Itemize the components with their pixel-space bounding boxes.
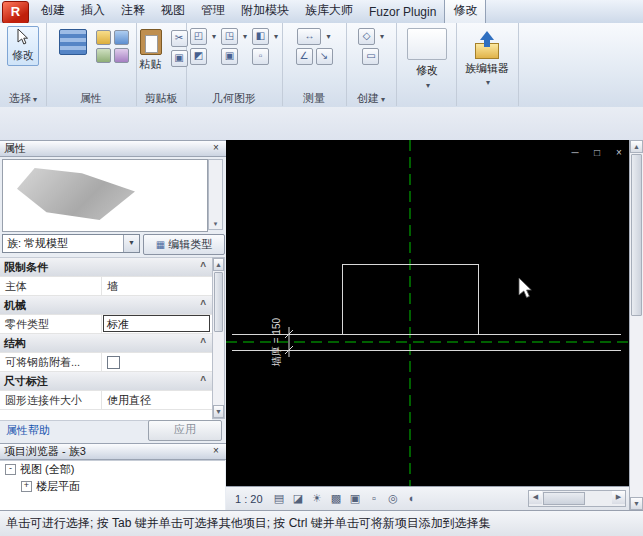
property-value[interactable]: 使用直径: [103, 391, 212, 409]
panel-create-label[interactable]: 创建▾: [346, 92, 396, 105]
apply-button[interactable]: 应用: [148, 420, 222, 441]
scroll-right-icon[interactable]: ▶: [612, 491, 625, 504]
collapse-chevron-icon[interactable]: ^: [200, 296, 206, 314]
type-selector[interactable]: 族: 常规模型 ▼: [2, 234, 140, 253]
property-row-connector-size[interactable]: 圆形连接件大小 使用直径: [0, 391, 212, 410]
scroll-left-icon[interactable]: ◀: [529, 491, 542, 504]
cut-icon[interactable]: ✂: [171, 30, 188, 47]
type-properties-icon[interactable]: [114, 48, 129, 63]
dropdown-arrow-icon[interactable]: ▾: [426, 81, 430, 90]
tab-fuzor-plugin[interactable]: Fuzor Plugin: [361, 1, 444, 23]
create-similar-icon[interactable]: ▭: [362, 48, 379, 65]
tab-create[interactable]: 创建: [33, 0, 73, 23]
join-geometry-icon[interactable]: ◳: [221, 28, 238, 45]
panel-properties-label[interactable]: 属性: [46, 92, 136, 105]
property-value[interactable]: 墙: [103, 277, 212, 295]
crop-view-icon[interactable]: ▣: [347, 491, 364, 507]
scrollbar-thumb[interactable]: [631, 154, 642, 316]
collapse-chevron-icon[interactable]: ^: [200, 258, 206, 276]
properties-help-link[interactable]: 属性帮助: [6, 423, 50, 438]
view-minimize-button[interactable]: ─: [568, 147, 582, 158]
collapse-chevron-icon[interactable]: ^: [200, 334, 206, 352]
property-grid-scrollbar[interactable]: ▲ ▼: [212, 257, 225, 419]
panel-measure-label[interactable]: 测量: [282, 92, 346, 105]
demolish-icon[interactable]: ▫: [252, 48, 269, 65]
panel-select-label[interactable]: 选择▾: [0, 92, 46, 105]
view-restore-button[interactable]: □: [590, 147, 604, 158]
drawing-canvas[interactable]: 墙厚 = 150: [226, 140, 629, 486]
visual-style-icon[interactable]: ◪: [290, 491, 307, 507]
crop-region-visibility-icon[interactable]: ▫: [366, 491, 383, 507]
dropdown-arrow-icon[interactable]: ▾: [486, 78, 490, 87]
tab-insert[interactable]: 插入: [73, 0, 113, 23]
shadows-icon[interactable]: ▩: [328, 491, 345, 507]
panel-clipboard-label[interactable]: 剪贴板: [136, 92, 186, 105]
dropdown-arrow-icon[interactable]: ▾: [274, 32, 278, 41]
scroll-up-icon[interactable]: ▲: [213, 258, 224, 271]
property-group-row[interactable]: 机械 ^: [0, 296, 212, 315]
tree-item-views[interactable]: - 视图 (全部): [0, 461, 225, 478]
close-icon[interactable]: ×: [209, 445, 223, 458]
modify-panel-button[interactable]: [407, 28, 447, 60]
paste-button[interactable]: 粘贴: [135, 26, 167, 75]
tab-modify[interactable]: 修改: [444, 0, 486, 23]
modify-button[interactable]: 修改: [7, 26, 39, 66]
panel-geometry-label[interactable]: 几何图形: [186, 92, 282, 105]
properties-palette-button[interactable]: [54, 26, 92, 58]
scroll-up-icon[interactable]: ▲: [630, 140, 643, 153]
preview-scrollbar[interactable]: ▾: [208, 159, 223, 230]
family-types-icon[interactable]: [114, 30, 129, 45]
close-icon[interactable]: ×: [209, 142, 223, 155]
property-row-part-type[interactable]: 零件类型 标准: [0, 315, 212, 334]
horizontal-scrollbar[interactable]: ◀ ▶: [528, 490, 626, 507]
scroll-down-icon[interactable]: ▼: [213, 405, 224, 418]
paint-icon[interactable]: ◧: [252, 28, 269, 45]
family-parameters-icon[interactable]: [96, 48, 111, 63]
tab-annotate[interactable]: 注释: [113, 0, 153, 23]
tab-manage[interactable]: 管理: [193, 0, 233, 23]
tree-collapse-icon[interactable]: -: [5, 464, 16, 475]
detail-level-icon[interactable]: ▤: [271, 491, 288, 507]
chevron-down-icon[interactable]: ▼: [123, 235, 139, 252]
copy-icon[interactable]: ▣: [171, 50, 188, 67]
checkbox-unchecked[interactable]: [107, 356, 120, 369]
property-group-row[interactable]: 尺寸标注 ^: [0, 372, 212, 391]
angular-dimension-icon[interactable]: ∠: [296, 48, 313, 65]
dropdown-arrow-icon[interactable]: ▾: [326, 32, 330, 41]
sun-path-icon[interactable]: ☀: [309, 491, 326, 507]
collapse-chevron-icon[interactable]: ^: [200, 372, 206, 390]
project-browser-header[interactable]: 项目浏览器 - 族3 ×: [0, 443, 226, 460]
property-group-row[interactable]: 限制条件 ^: [0, 258, 212, 277]
dropdown-arrow-icon[interactable]: ▾: [380, 32, 384, 41]
aligned-dimension-icon[interactable]: ↘: [316, 48, 333, 65]
scale-button[interactable]: 1 : 20: [229, 493, 269, 505]
property-row-rebar[interactable]: 可将钢筋附着...: [0, 353, 212, 372]
temporary-hide-isolate-icon[interactable]: ◎: [385, 491, 402, 507]
tree-expand-icon[interactable]: +: [21, 481, 32, 492]
panel-modify-label-text[interactable]: 修改: [416, 63, 438, 78]
app-logo[interactable]: R: [2, 1, 29, 24]
property-value-editbox[interactable]: 标准: [103, 315, 210, 332]
dimension-label[interactable]: 墙厚 = 150: [271, 318, 282, 368]
tab-addins[interactable]: 附加模块: [233, 0, 297, 23]
scroll-down-icon[interactable]: ▼: [630, 497, 643, 510]
measure-ruler-icon[interactable]: ↔: [297, 28, 321, 45]
property-row-host[interactable]: 主体 墙: [0, 277, 212, 296]
family-category-icon[interactable]: [96, 30, 111, 45]
tab-family-library-master[interactable]: 族库大师: [297, 0, 361, 23]
scrollbar-thumb[interactable]: [543, 492, 585, 505]
load-into-project-icon[interactable]: [472, 31, 502, 59]
vertical-scrollbar[interactable]: ▲ ▼: [629, 140, 643, 510]
property-group-row[interactable]: 结构 ^: [0, 334, 212, 353]
wall-joins-icon[interactable]: ▣: [221, 48, 238, 65]
view-close-button[interactable]: ×: [612, 147, 626, 158]
reveal-hidden-elements-icon[interactable]: ◐: [404, 491, 421, 507]
create-group-icon[interactable]: ◇: [358, 28, 375, 45]
panel-family-editor-label-text[interactable]: 族编辑器: [465, 61, 509, 76]
cut-geometry-icon[interactable]: ◰: [190, 28, 207, 45]
properties-palette-header[interactable]: 属性 ×: [0, 140, 226, 157]
edit-type-button[interactable]: ▦ 编辑类型: [143, 234, 225, 255]
split-face-icon[interactable]: ◩: [190, 48, 207, 65]
tab-view[interactable]: 视图: [153, 0, 193, 23]
dropdown-arrow-icon[interactable]: ▾: [212, 32, 216, 41]
